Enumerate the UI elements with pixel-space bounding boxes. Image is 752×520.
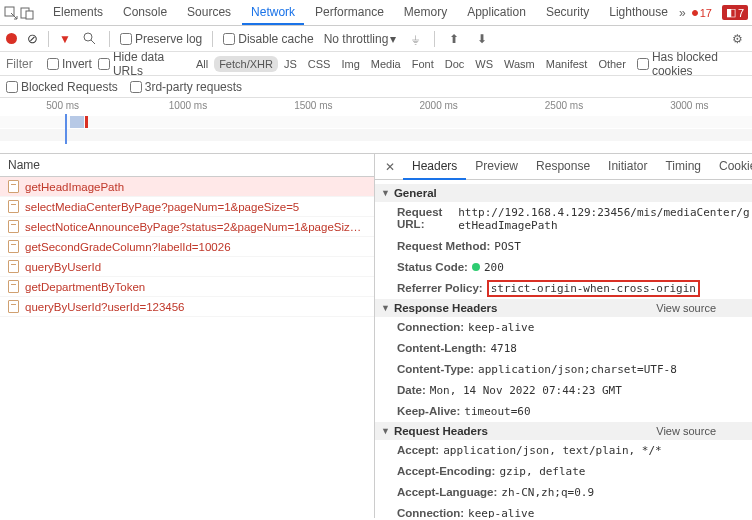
- error-badge[interactable]: 17: [688, 6, 716, 20]
- network-toolbar: ⊘ ▼ Preserve log Disable cache No thrott…: [0, 26, 752, 52]
- request-row[interactable]: queryByUserId: [0, 257, 374, 277]
- chip-wasm[interactable]: Wasm: [499, 56, 540, 72]
- third-party-label: 3rd-party requests: [145, 80, 242, 94]
- invert-checkbox[interactable]: Invert: [47, 57, 92, 71]
- doc-icon: [8, 260, 19, 273]
- chip-js[interactable]: JS: [279, 56, 302, 72]
- disable-cache-input[interactable]: [223, 33, 235, 45]
- third-party-checkbox[interactable]: 3rd-party requests: [130, 80, 242, 94]
- filter-input[interactable]: Filter: [6, 57, 41, 71]
- view-source-link[interactable]: View source: [656, 425, 716, 437]
- preserve-log-checkbox[interactable]: Preserve log: [120, 32, 202, 46]
- split-pane: Name getHeadImagePathselectMediaCenterBy…: [0, 154, 752, 518]
- chip-ws[interactable]: WS: [470, 56, 498, 72]
- request-name: getHeadImagePath: [25, 181, 124, 193]
- header-value: 4718: [490, 342, 517, 355]
- chip-all[interactable]: All: [191, 56, 213, 72]
- device-icon[interactable]: [20, 4, 34, 22]
- view-source-link[interactable]: View source: [656, 302, 716, 314]
- svg-rect-2: [26, 11, 33, 19]
- tab-memory[interactable]: Memory: [395, 1, 456, 25]
- request-name: queryByUserId: [25, 261, 101, 273]
- blocked-cookies-checkbox[interactable]: Has blocked cookies: [637, 50, 746, 78]
- wifi-icon[interactable]: ⏚: [406, 30, 424, 48]
- third-party-input[interactable]: [130, 81, 142, 93]
- tab-security[interactable]: Security: [537, 1, 598, 25]
- blocked-requests-checkbox[interactable]: Blocked Requests: [6, 80, 118, 94]
- filter-icon[interactable]: ▼: [59, 32, 71, 46]
- detail-tab-initiator[interactable]: Initiator: [599, 154, 656, 180]
- detail-tab-preview[interactable]: Preview: [466, 154, 527, 180]
- chip-font[interactable]: Font: [407, 56, 439, 72]
- invert-input[interactable]: [47, 58, 59, 70]
- request-list: getHeadImagePathselectMediaCenterByPage?…: [0, 177, 374, 518]
- upload-icon[interactable]: ⬆: [445, 30, 463, 48]
- hide-data-label: Hide data URLs: [113, 50, 185, 78]
- request-row[interactable]: queryByUserId?userId=123456: [0, 297, 374, 317]
- timeline-ticks: 500 ms1000 ms1500 ms2000 ms2500 ms3000 m…: [0, 100, 752, 111]
- request-name: getSecondGradeColumn?labelId=10026: [25, 241, 231, 253]
- general-section-label: General: [394, 187, 437, 199]
- chip-other[interactable]: Other: [593, 56, 631, 72]
- close-details-button[interactable]: ✕: [379, 160, 401, 174]
- tab-console[interactable]: Console: [114, 1, 176, 25]
- chip-manifest[interactable]: Manifest: [541, 56, 593, 72]
- details-pane: ✕ HeadersPreviewResponseInitiatorTimingC…: [375, 154, 752, 518]
- warn-badge[interactable]: ◧ 7: [722, 5, 748, 20]
- type-filter-chips: AllFetch/XHRJSCSSImgMediaFontDocWSWasmMa…: [191, 56, 631, 72]
- request-row[interactable]: getHeadImagePath: [0, 177, 374, 197]
- request-row[interactable]: selectNoticeAnnounceByPage?status=2&page…: [0, 217, 374, 237]
- doc-icon: [8, 300, 19, 313]
- collapse-icon: ▼: [381, 188, 390, 198]
- tab-elements[interactable]: Elements: [44, 1, 112, 25]
- chip-media[interactable]: Media: [366, 56, 406, 72]
- clear-button[interactable]: ⊘: [27, 31, 38, 46]
- request-row[interactable]: getDepartmentByToken: [0, 277, 374, 297]
- doc-icon: [8, 240, 19, 253]
- disable-cache-checkbox[interactable]: Disable cache: [223, 32, 313, 46]
- tab-performance[interactable]: Performance: [306, 1, 393, 25]
- timeline-row: [0, 116, 752, 128]
- header-row: Content-Length:4718: [375, 338, 752, 359]
- collapse-icon: ▼: [381, 303, 390, 313]
- response-headers-section-header[interactable]: ▼ Response Headers View source: [375, 299, 752, 317]
- download-icon[interactable]: ⬇: [473, 30, 491, 48]
- hide-data-checkbox[interactable]: Hide data URLs: [98, 50, 185, 78]
- timeline-overview[interactable]: 500 ms1000 ms1500 ms2000 ms2500 ms3000 m…: [0, 98, 752, 154]
- chip-fetch-xhr[interactable]: Fetch/XHR: [214, 56, 278, 72]
- tab-network[interactable]: Network: [242, 1, 304, 25]
- blocked-cookies-input[interactable]: [637, 58, 649, 70]
- inspect-icon[interactable]: [4, 4, 18, 22]
- separator: [434, 31, 435, 47]
- request-row[interactable]: getSecondGradeColumn?labelId=10026: [0, 237, 374, 257]
- tab-sources[interactable]: Sources: [178, 1, 240, 25]
- separator: [48, 31, 49, 47]
- error-count: 17: [700, 7, 712, 19]
- blocked-requests-input[interactable]: [6, 81, 18, 93]
- detail-tab-headers[interactable]: Headers: [403, 154, 466, 180]
- record-button[interactable]: [6, 33, 17, 44]
- header-value: zh-CN,zh;q=0.9: [501, 486, 594, 499]
- request-headers-section-header[interactable]: ▼ Request Headers View source: [375, 422, 752, 440]
- detail-tab-timing[interactable]: Timing: [656, 154, 710, 180]
- tab-lighthouse[interactable]: Lighthouse: [600, 1, 677, 25]
- chip-img[interactable]: Img: [336, 56, 364, 72]
- header-key: Date:: [397, 384, 426, 397]
- more-tabs-icon[interactable]: »: [679, 4, 686, 22]
- search-icon[interactable]: [81, 30, 99, 48]
- hide-data-input[interactable]: [98, 58, 110, 70]
- settings-icon[interactable]: ⚙: [728, 30, 746, 48]
- general-section-header[interactable]: ▼ General: [375, 184, 752, 202]
- preserve-log-input[interactable]: [120, 33, 132, 45]
- detail-tab-response[interactable]: Response: [527, 154, 599, 180]
- timeline-bar: [70, 116, 84, 128]
- header-key: Referrer Policy:: [397, 282, 483, 295]
- chip-doc[interactable]: Doc: [440, 56, 470, 72]
- throttling-select[interactable]: No throttling ▾: [324, 32, 397, 46]
- name-column-header[interactable]: Name: [0, 154, 374, 177]
- detail-tab-cookies[interactable]: Cookies: [710, 154, 752, 180]
- request-row[interactable]: selectMediaCenterByPage?pageNum=1&pageSi…: [0, 197, 374, 217]
- chip-css[interactable]: CSS: [303, 56, 336, 72]
- tab-application[interactable]: Application: [458, 1, 535, 25]
- blocked-requests-label: Blocked Requests: [21, 80, 118, 94]
